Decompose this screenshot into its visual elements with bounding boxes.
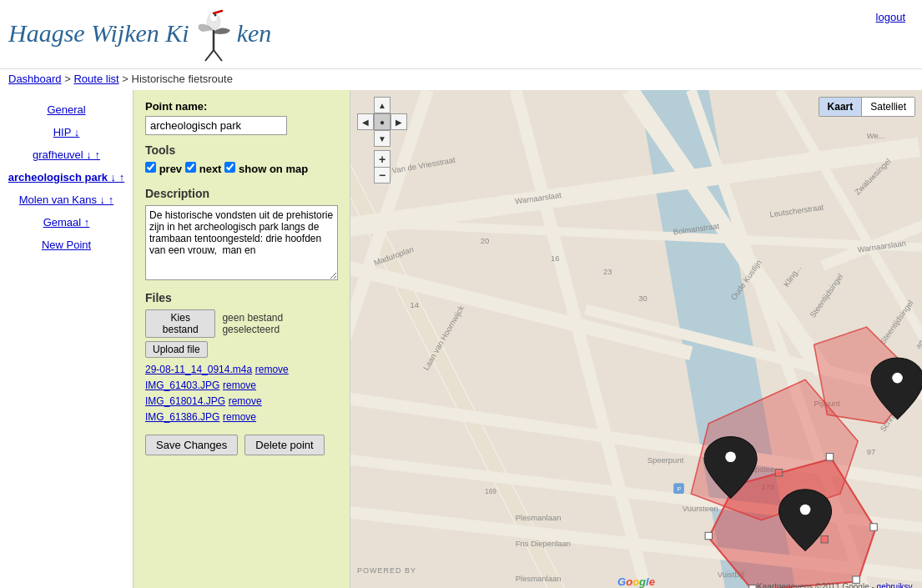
tools-title: Tools [145,143,338,157]
file-link-1[interactable]: IMG_61403.JPG [145,379,219,391]
svg-text:14: 14 [411,300,420,309]
svg-text:169: 169 [485,487,496,495]
file-link-3[interactable]: IMG_61386.JPG [145,411,219,423]
zoom-controls: + − [374,150,390,183]
svg-text:97: 97 [867,447,876,456]
files-section: Files Kies bestand geen bestand geselect… [145,291,338,423]
files-list: 29-08-11_14_0914.m4a removeIMG_61403.JPG… [145,363,338,423]
svg-text:P: P [677,485,681,493]
file-row-3: IMG_61386.JPG remove [145,410,338,423]
svg-rect-66 [749,585,756,588]
breadcrumb-dashboard[interactable]: Dashboard [8,73,62,85]
map-credits: Kaartgegevens ©2011 Google - gebruiksv..… [757,582,919,588]
breadcrumb: Dashboard > Route list > Historische fie… [0,69,922,90]
svg-rect-64 [870,524,877,530]
zoom-out-button[interactable]: − [374,167,390,183]
file-row-0: 29-08-11_14_0914.m4a remove [145,363,338,375]
next-checkbox[interactable] [185,162,196,173]
svg-text:We...: We... [867,131,885,140]
svg-text:Plesmanlaan: Plesmanlaan [516,513,562,522]
breadcrumb-route-list[interactable]: Route list [73,73,118,85]
sidebar-item-grafheuvel[interactable]: grafheuvel ↓ ↑ [0,143,133,166]
prev-checkbox-label[interactable]: prev [145,162,182,175]
remove-file-2[interactable]: remove [229,395,262,407]
show-on-map-checkbox-label[interactable]: show on map [224,162,308,175]
map-toggle: Kaart Satelliet [819,97,915,117]
nav-down-button[interactable]: ▼ [374,130,390,147]
zoom-in-button[interactable]: + [374,150,390,167]
file-upload-row: Kies bestand geen bestand geselecteerd [145,309,338,338]
sidebar-item-archeologisch-park[interactable]: archeologisch park ↓ ↑ [0,166,133,188]
gebruiksvoorwaarden-link[interactable]: gebruiksv... [877,582,919,588]
svg-text:23: 23 [603,267,612,276]
sidebar-item-general[interactable]: General [0,98,133,121]
svg-text:30: 30 [638,294,647,303]
description-title: Description [145,187,338,200]
svg-rect-69 [821,536,828,543]
logout-link[interactable]: logout [876,11,905,23]
svg-rect-63 [826,454,833,460]
map-canvas[interactable]: Van de Vriesstraat Warnaarslaat Bolmanst… [350,90,922,588]
svg-line-5 [214,11,222,13]
svg-text:Speerpunt: Speerpunt [647,455,684,465]
nav-row-up: ▲ [357,97,407,113]
nav-left-button[interactable]: ◀ [357,113,374,130]
description-section: Description De historische vondsten uit … [145,187,338,283]
breadcrumb-current: Historische fietsroute [132,73,233,85]
sidebar: GeneralHIP ↓grafheuvel ↓ ↑archeologisch … [0,90,134,588]
svg-point-70 [725,451,736,462]
svg-text:20: 20 [481,236,490,245]
svg-text:Plesmanlaan: Plesmanlaan [516,574,562,583]
next-checkbox-label[interactable]: next [185,162,221,175]
nav-up-button[interactable]: ▲ [374,97,390,113]
remove-file-0[interactable]: remove [255,364,289,375]
remove-file-1[interactable]: remove [223,379,256,391]
form-panel: Point name: Tools prev next show on map … [134,90,350,588]
sidebar-item-gemaal[interactable]: Gemaal ↑ [0,211,133,234]
svg-point-72 [892,373,903,384]
upload-file-button[interactable]: Upload file [145,341,208,358]
sidebar-item-hip[interactable]: HIP ↓ [0,121,133,143]
show-on-map-checkbox[interactable] [224,162,235,173]
description-textarea[interactable]: De historische vondsten uit de prehistor… [145,205,338,280]
svg-point-6 [214,14,216,17]
kies-bestand-button[interactable]: Kies bestand [145,309,215,338]
svg-text:Vuursteen: Vuursteen [683,504,718,513]
delete-point-button[interactable]: Delete point [244,435,324,455]
remove-file-3[interactable]: remove [223,411,256,423]
satelliet-button[interactable]: Satelliet [862,98,914,116]
map-nav-controls: ▲ ◀ ● ▶ ▼ + − [357,97,407,183]
file-link-0[interactable]: 29-08-11_14_0914.m4a [145,364,252,375]
prev-checkbox[interactable] [145,162,156,173]
point-name-input[interactable] [145,116,287,135]
powered-by-text: POWERED BY [357,566,416,575]
file-row-2: IMG_618014.JPG remove [145,395,338,407]
tools-row: prev next show on map [145,162,338,178]
action-row: Save Changes Delete point [145,435,338,455]
map-area[interactable]: ▲ ◀ ● ▶ ▼ + − Kaart Satelliet [350,90,922,588]
sidebar-item-molen-van-kans[interactable]: Molen van Kans ↓ ↑ [0,188,133,211]
kaart-button[interactable]: Kaart [819,98,863,116]
nav-center-button[interactable]: ● [374,113,390,130]
svg-line-3 [214,50,222,61]
file-link-2[interactable]: IMG_618014.JPG [145,395,225,407]
nav-row-down: ▼ [357,130,407,147]
main-layout: GeneralHIP ↓grafheuvel ↓ ↑archeologisch … [0,90,922,588]
nav-row-middle: ◀ ● ▶ [357,113,407,130]
logo-area: Haagse Wijken Ki ken [8,7,271,65]
no-file-text: geen bestand geselecteerd [222,312,338,335]
stork-icon [190,7,236,65]
save-changes-button[interactable]: Save Changes [145,435,238,455]
nav-right-button[interactable]: ▶ [390,113,407,130]
svg-point-71 [800,505,811,515]
header: Haagse Wijken Ki ken logout [0,0,922,69]
files-title: Files [145,291,338,304]
sidebar-item-new-point[interactable]: New Point [0,234,133,256]
logo-text: Haagse Wijken Ki ken [8,7,271,65]
google-logo: Google [617,575,655,588]
svg-text:16: 16 [551,254,560,263]
svg-text:Fris Diepenlaan: Fris Diepenlaan [516,539,571,548]
svg-rect-67 [705,532,712,539]
point-name-label: Point name: [145,100,338,113]
file-row-1: IMG_61403.JPG remove [145,379,338,391]
